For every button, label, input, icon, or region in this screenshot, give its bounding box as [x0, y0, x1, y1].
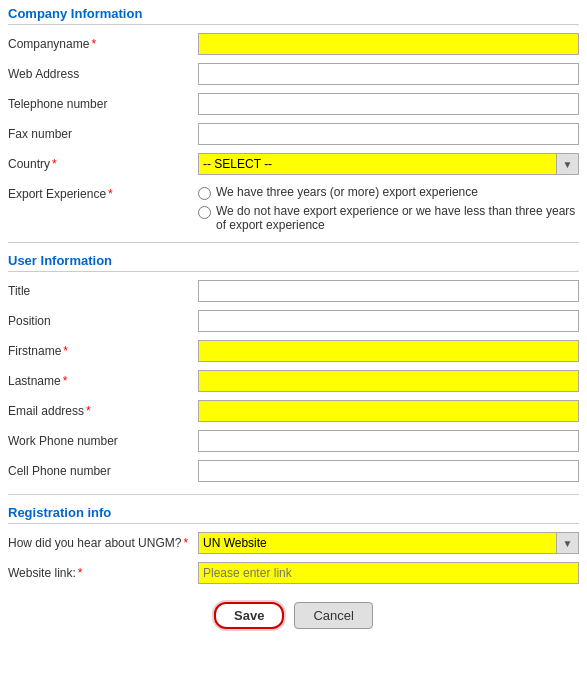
telephone-input[interactable] — [198, 93, 579, 115]
fax-label: Fax number — [8, 123, 198, 141]
cancel-button[interactable]: Cancel — [294, 602, 372, 629]
user-section-header: User Information — [8, 253, 579, 272]
howdidyouhear-label: How did you hear about UNGM?* — [8, 532, 198, 550]
cellphone-input[interactable] — [198, 460, 579, 482]
cellphone-label: Cell Phone number — [8, 460, 198, 478]
webaddress-label: Web Address — [8, 63, 198, 81]
company-section-header: Company Information — [8, 6, 579, 25]
export-label: Export Experience* — [8, 183, 198, 201]
position-input[interactable] — [198, 310, 579, 332]
position-label: Position — [8, 310, 198, 328]
lastname-label: Lastname* — [8, 370, 198, 388]
companyname-input[interactable] — [198, 33, 579, 55]
title-input[interactable] — [198, 280, 579, 302]
title-label: Title — [8, 280, 198, 298]
telephone-label: Telephone number — [8, 93, 198, 111]
export-option1-label: We have three years (or more) export exp… — [216, 185, 478, 199]
howdidyouhear-dropdown-arrow[interactable]: ▼ — [557, 532, 579, 554]
form-buttons: Save Cancel — [8, 602, 579, 629]
workphone-input[interactable] — [198, 430, 579, 452]
fax-input[interactable] — [198, 123, 579, 145]
export-option2-label: We do not have export experience or we h… — [216, 204, 579, 232]
howdidyouhear-select[interactable]: UN Website — [198, 532, 557, 554]
webaddress-input[interactable] — [198, 63, 579, 85]
companyname-label: Companyname* — [8, 33, 198, 51]
export-radio1[interactable] — [198, 187, 211, 200]
firstname-label: Firstname* — [8, 340, 198, 358]
registration-section-header: Registration info — [8, 505, 579, 524]
section-divider-2 — [8, 494, 579, 495]
email-input[interactable] — [198, 400, 579, 422]
country-select[interactable]: -- SELECT -- — [198, 153, 557, 175]
websitelink-label: Website link:* — [8, 562, 198, 580]
section-divider-1 — [8, 242, 579, 243]
country-label: Country* — [8, 153, 198, 171]
save-button[interactable]: Save — [214, 602, 284, 629]
export-option2-row[interactable]: We do not have export experience or we h… — [198, 204, 579, 232]
websitelink-input[interactable] — [198, 562, 579, 584]
export-option1-row[interactable]: We have three years (or more) export exp… — [198, 185, 579, 200]
country-dropdown-arrow[interactable]: ▼ — [557, 153, 579, 175]
firstname-input[interactable] — [198, 340, 579, 362]
export-radio2[interactable] — [198, 206, 211, 219]
lastname-input[interactable] — [198, 370, 579, 392]
email-label: Email address* — [8, 400, 198, 418]
workphone-label: Work Phone number — [8, 430, 198, 448]
